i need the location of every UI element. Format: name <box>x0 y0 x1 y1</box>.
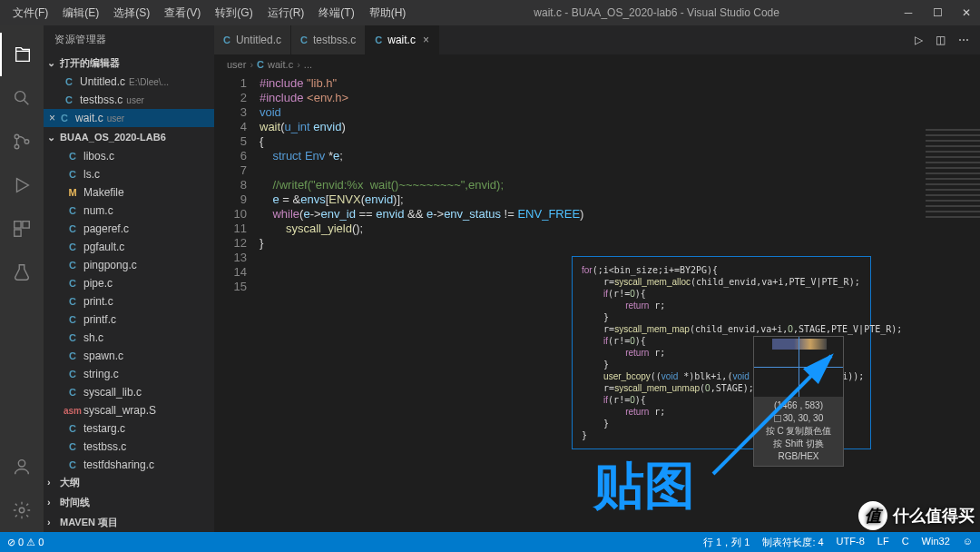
editor-tab[interactable]: Cwait.c× <box>366 25 439 54</box>
menu-terminal[interactable]: 终端(T) <box>313 4 359 23</box>
svg-rect-6 <box>15 230 21 236</box>
settings-icon[interactable] <box>0 488 44 532</box>
file-item[interactable]: Ctestarg.c <box>44 419 214 438</box>
file-item[interactable]: Csh.c <box>44 329 214 347</box>
file-item[interactable]: Cpingpong.c <box>44 256 214 274</box>
minimap[interactable] <box>926 129 980 220</box>
open-editors-section[interactable]: ⌄打开的编辑器 <box>44 53 214 73</box>
file-item[interactable]: Cls.c <box>44 165 214 183</box>
editor-tab[interactable]: CUntitled.c <box>214 25 291 54</box>
maven-section[interactable]: ›MAVEN 项目 <box>44 512 214 532</box>
file-item[interactable]: Cprintf.c <box>44 310 214 329</box>
split-editor-icon[interactable]: ◫ <box>936 34 946 46</box>
outline-section[interactable]: ›大纲 <box>44 472 214 492</box>
svg-point-8 <box>19 508 24 513</box>
tabs-bar: CUntitled.cCtestbss.cCwait.c× ▷ ◫ ⋯ <box>214 25 980 54</box>
menu-edit[interactable]: 编辑(E) <box>57 4 104 23</box>
source-control-icon[interactable] <box>0 120 44 163</box>
file-item[interactable]: Cprint.c <box>44 292 214 310</box>
status-eol[interactable]: LF <box>877 536 889 549</box>
svg-point-1 <box>15 134 19 139</box>
activity-bar <box>0 25 44 532</box>
svg-rect-4 <box>15 222 21 228</box>
file-item[interactable]: Ctestfdsharing.c <box>44 456 214 472</box>
file-item[interactable]: Clibos.c <box>44 147 214 165</box>
more-icon[interactable]: ⋯ <box>958 34 969 46</box>
editor-area: CUntitled.cCtestbss.cCwait.c× ▷ ◫ ⋯ user… <box>214 25 980 532</box>
breadcrumb[interactable]: user› Cwait.c› ... <box>214 54 980 74</box>
tab-close-icon[interactable]: × <box>423 34 429 46</box>
maximize-icon[interactable]: ☐ <box>931 6 944 19</box>
status-feedback-icon[interactable]: ☺ <box>963 536 973 549</box>
magnifier-hint2: 按 Shift 切换 RGB/HEX <box>756 438 841 463</box>
svg-rect-5 <box>23 222 29 228</box>
menu-select[interactable]: 选择(S) <box>108 4 155 23</box>
file-item[interactable]: Cspawn.c <box>44 347 214 365</box>
annotation-text: 贴图 <box>593 452 695 521</box>
menu-file[interactable]: 文件(F) <box>7 4 54 23</box>
open-editor-item[interactable]: CUntitled.cE:\Dlee\... <box>44 73 214 91</box>
explorer-sidebar: 资源管理器 ⌄打开的编辑器 CUntitled.cE:\Dlee\...Ctes… <box>44 25 214 532</box>
status-problems[interactable]: ⊘ 0 ⚠ 0 <box>7 537 44 548</box>
status-platform[interactable]: Win32 <box>922 536 950 549</box>
menu-bar: 文件(F) 编辑(E) 选择(S) 查看(V) 转到(G) 运行(R) 终端(T… <box>7 4 411 23</box>
sidebar-header: 资源管理器 <box>44 25 214 53</box>
run-debug-icon[interactable] <box>0 163 44 207</box>
magnifier-hint1: 按 C 复制颜色值 <box>756 425 841 438</box>
file-item[interactable]: MMakefile <box>44 183 214 202</box>
explorer-icon[interactable] <box>0 33 44 76</box>
minimize-icon[interactable]: ─ <box>902 6 915 19</box>
extensions-icon[interactable] <box>0 207 44 251</box>
file-item[interactable]: Ctestbss.c <box>44 438 214 456</box>
titlebar: 文件(F) 编辑(E) 选择(S) 查看(V) 转到(G) 运行(R) 终端(T… <box>0 0 980 25</box>
file-item[interactable]: Cpageref.c <box>44 220 214 238</box>
file-item[interactable]: Cnum.c <box>44 202 214 220</box>
open-editor-item[interactable]: ×Cwait.cuser <box>44 109 214 127</box>
window-title: wait.c - BUAA_OS_2020-lab6 - Visual Stud… <box>411 6 902 19</box>
file-item[interactable]: Cpipe.c <box>44 274 214 292</box>
close-icon[interactable]: ✕ <box>960 6 973 19</box>
watermark-icon: 值 <box>858 501 887 530</box>
run-icon[interactable]: ▷ <box>915 34 923 46</box>
file-item[interactable]: asmsyscall_wrap.S <box>44 401 214 419</box>
account-icon[interactable] <box>0 445 44 488</box>
folder-section[interactable]: ⌄BUAA_OS_2020-LAB6 <box>44 127 214 147</box>
menu-help[interactable]: 帮助(H) <box>364 4 412 23</box>
status-encoding[interactable]: UTF-8 <box>837 536 865 549</box>
open-editor-item[interactable]: Ctestbss.cuser <box>44 91 214 109</box>
file-item[interactable]: Cstring.c <box>44 365 214 383</box>
file-item[interactable]: Cpgfault.c <box>44 238 214 256</box>
editor-tab[interactable]: Ctestbss.c <box>291 25 366 54</box>
test-icon[interactable] <box>0 251 44 294</box>
svg-point-0 <box>15 92 25 102</box>
file-item[interactable]: Csyscall_lib.c <box>44 383 214 401</box>
timeline-section[interactable]: ›时间线 <box>44 492 214 512</box>
search-icon[interactable] <box>0 76 44 120</box>
magnifier-coords: (1466 , 583) <box>756 399 841 412</box>
watermark: 值 什么值得买 <box>858 501 975 530</box>
svg-point-2 <box>15 144 19 149</box>
status-indent[interactable]: 制表符长度: 4 <box>762 536 823 549</box>
color-picker-magnifier: (1466 , 583) 30, 30, 30 按 C 复制颜色值 按 Shif… <box>753 336 844 467</box>
menu-goto[interactable]: 转到(G) <box>210 4 258 23</box>
menu-run[interactable]: 运行(R) <box>262 4 310 23</box>
magnifier-rgb: 30, 30, 30 <box>756 412 841 425</box>
status-bar: ⊘ 0 ⚠ 0 行 1，列 1 制表符长度: 4 UTF-8 LF C Win3… <box>0 532 980 552</box>
svg-point-7 <box>18 460 24 467</box>
menu-view[interactable]: 查看(V) <box>159 4 206 23</box>
status-lang[interactable]: C <box>902 536 909 549</box>
status-cursor[interactable]: 行 1，列 1 <box>703 536 750 549</box>
